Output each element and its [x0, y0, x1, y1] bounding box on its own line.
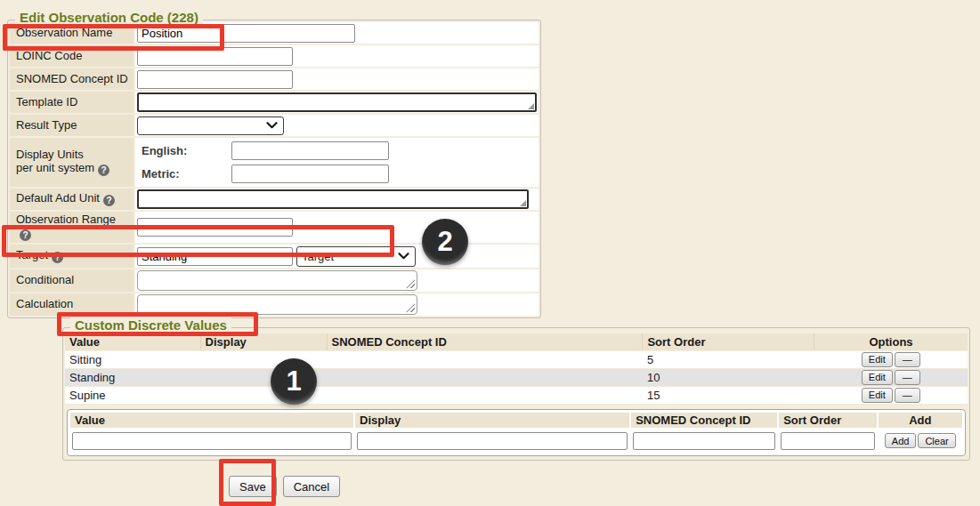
- calculation-textarea[interactable]: [137, 294, 417, 315]
- default-add-unit-row: Default Add Unit?: [10, 189, 539, 210]
- target-label-text: Target: [16, 248, 48, 261]
- custom-discrete-values-section: Custom Discrete Values Value Display SNO…: [62, 327, 970, 461]
- add-sort-order-input[interactable]: [781, 432, 874, 450]
- calculation-label: Calculation: [10, 293, 134, 316]
- observation-name-input[interactable]: [137, 24, 355, 43]
- add-sort-order-header: Sort Order: [779, 413, 876, 428]
- resize-grip-icon: [520, 200, 526, 206]
- add-row-inputs: AddClear: [70, 430, 962, 453]
- observation-name-label: Observation Name: [10, 22, 134, 44]
- result-type-row: Result Type: [10, 115, 539, 136]
- display-units-label-line2: per unit system: [16, 161, 94, 174]
- display-units-row: Display Units per unit system? English: …: [10, 138, 539, 187]
- observation-range-label-text: Observation Range: [16, 213, 116, 226]
- result-type-select[interactable]: [137, 116, 284, 135]
- display-units-label-line1: Display Units: [16, 148, 84, 161]
- target-value-input[interactable]: [137, 247, 293, 266]
- discrete-values-header-row: Value Display SNOMED Concept ID Sort Ord…: [65, 333, 968, 350]
- snomed-concept-id-input[interactable]: [137, 70, 293, 89]
- add-row-header: Value Display SNOMED Concept ID Sort Ord…: [70, 413, 962, 428]
- target-select[interactable]: Target: [296, 246, 416, 267]
- default-add-unit-label: Default Add Unit?: [10, 189, 134, 210]
- snomed-concept-id-label: SNOMED Concept ID: [10, 68, 134, 90]
- help-icon[interactable]: ?: [52, 252, 63, 263]
- chevron-down-icon: [398, 253, 409, 260]
- row-sort-order: 5: [643, 350, 814, 368]
- form-actions: Save Cancel: [229, 476, 340, 497]
- row-sort-order: 10: [643, 368, 814, 386]
- add-snomed-header: SNOMED Concept ID: [631, 413, 777, 428]
- target-label: Target?: [10, 245, 134, 268]
- help-icon[interactable]: ?: [98, 165, 109, 176]
- result-type-label: Result Type: [10, 115, 134, 136]
- add-button[interactable]: Add: [885, 433, 917, 448]
- remove-button[interactable]: —: [895, 370, 920, 385]
- add-discrete-value-table: Value Display SNOMED Concept ID Sort Ord…: [69, 411, 964, 454]
- snomed-column-header: SNOMED Concept ID: [327, 333, 643, 350]
- conditional-textarea[interactable]: [137, 270, 417, 291]
- row-value: Sitting: [65, 350, 200, 368]
- clear-button[interactable]: Clear: [918, 433, 955, 448]
- row-snomed: [327, 368, 643, 386]
- row-sort-order: 15: [643, 386, 814, 404]
- value-column-header: Value: [65, 333, 200, 350]
- edit-observation-code-section: Edit Observation Code (228) Observation …: [7, 20, 541, 318]
- discrete-value-row-standing: Standing 10 Edit—: [65, 368, 968, 386]
- remove-button[interactable]: —: [895, 352, 920, 367]
- english-units-input[interactable]: [231, 141, 389, 160]
- add-snomed-input[interactable]: [633, 432, 775, 450]
- default-add-unit-label-text: Default Add Unit: [16, 191, 100, 205]
- row-snomed: [327, 350, 643, 368]
- step-badge-2: 2: [422, 219, 468, 265]
- observation-range-input[interactable]: [137, 218, 293, 237]
- add-column-header: Add: [879, 413, 962, 428]
- resize-grip-icon: [406, 303, 415, 312]
- english-units-row: English:: [137, 140, 537, 162]
- target-select-value: Target: [302, 250, 334, 263]
- chevron-down-icon: [266, 122, 278, 129]
- sort-order-column-header: Sort Order: [643, 333, 814, 350]
- template-id-textarea[interactable]: [137, 92, 537, 112]
- metric-units-input[interactable]: [231, 165, 389, 183]
- remove-button[interactable]: —: [895, 388, 920, 403]
- loinc-code-input[interactable]: [137, 47, 293, 66]
- row-snomed: [327, 386, 643, 404]
- add-value-input[interactable]: [72, 432, 352, 450]
- resize-grip-icon: [528, 103, 534, 109]
- conditional-row: Conditional: [10, 269, 539, 292]
- discrete-value-row-sitting: Sitting 5 Edit—: [65, 350, 968, 368]
- observation-range-label: Observation Range?: [10, 212, 134, 243]
- step-badge-1: 1: [271, 358, 317, 405]
- edit-button[interactable]: Edit: [862, 352, 893, 367]
- display-units-label: Display Units per unit system?: [10, 138, 134, 187]
- template-id-label: Template ID: [10, 92, 134, 113]
- discrete-values-table: Value Display SNOMED Concept ID Sort Ord…: [65, 333, 968, 405]
- calculation-row: Calculation: [10, 293, 539, 316]
- loinc-code-label: LOINC Code: [10, 45, 134, 67]
- metric-label: Metric:: [142, 167, 231, 181]
- help-icon[interactable]: ?: [20, 229, 31, 241]
- options-column-header: Options: [814, 333, 968, 350]
- add-display-input[interactable]: [357, 432, 628, 450]
- edit-observation-code-title: Edit Observation Code (228): [15, 10, 203, 25]
- loinc-code-row: LOINC Code: [10, 45, 539, 67]
- add-value-header: Value: [70, 413, 353, 428]
- display-column-header: Display: [200, 333, 327, 350]
- save-button[interactable]: Save: [229, 476, 277, 497]
- add-discrete-value-box: Value Display SNOMED Concept ID Sort Ord…: [67, 409, 966, 456]
- metric-units-row: Metric:: [137, 163, 537, 185]
- help-icon[interactable]: ?: [103, 195, 115, 206]
- resize-grip-icon: [406, 279, 415, 288]
- page: Edit Observation Code (228) Observation …: [0, 0, 980, 506]
- row-value: Standing: [65, 368, 200, 386]
- edit-button[interactable]: Edit: [862, 370, 893, 385]
- custom-discrete-values-title: Custom Discrete Values: [70, 317, 231, 333]
- conditional-label: Conditional: [10, 269, 134, 292]
- edit-observation-form: Observation Name LOINC Code SNOMED Conce…: [8, 20, 540, 317]
- cancel-button[interactable]: Cancel: [283, 476, 340, 497]
- edit-button[interactable]: Edit: [862, 388, 893, 403]
- row-value: Supine: [65, 386, 200, 404]
- add-display-header: Display: [355, 413, 629, 428]
- default-add-unit-textarea[interactable]: [137, 189, 529, 209]
- english-label: English:: [142, 144, 231, 157]
